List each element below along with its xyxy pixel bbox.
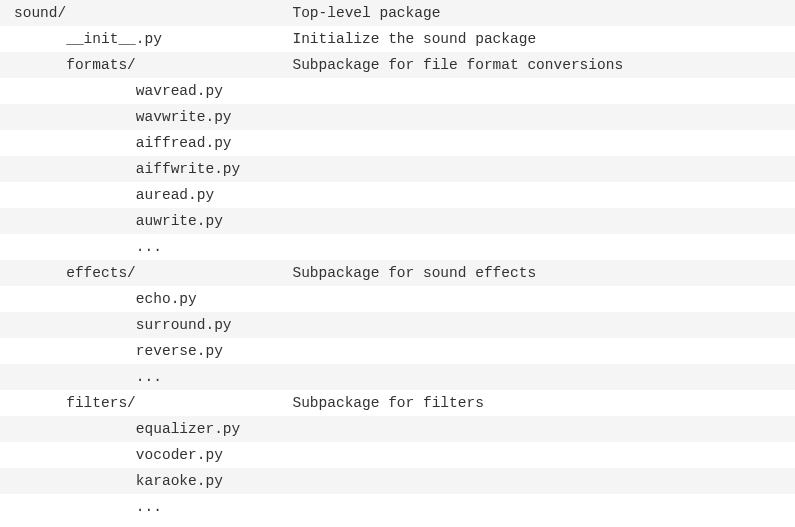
code-line: filters/ Subpackage for filters (0, 390, 795, 416)
code-line: auread.py (0, 182, 795, 208)
code-line: echo.py (0, 286, 795, 312)
code-line: auwrite.py (0, 208, 795, 234)
code-line: surround.py (0, 312, 795, 338)
code-line: aiffread.py (0, 130, 795, 156)
code-line: equalizer.py (0, 416, 795, 442)
code-line: karaoke.py (0, 468, 795, 494)
code-line: ... (0, 494, 795, 520)
code-line: wavwrite.py (0, 104, 795, 130)
code-line: aiffwrite.py (0, 156, 795, 182)
package-structure-listing: sound/ Top-level package __init__.py Ini… (0, 0, 795, 520)
code-line: wavread.py (0, 78, 795, 104)
code-line: ... (0, 364, 795, 390)
code-line: vocoder.py (0, 442, 795, 468)
code-line: reverse.py (0, 338, 795, 364)
code-line: ... (0, 234, 795, 260)
code-line: sound/ Top-level package (0, 0, 795, 26)
code-line: effects/ Subpackage for sound effects (0, 260, 795, 286)
code-line: __init__.py Initialize the sound package (0, 26, 795, 52)
code-line: formats/ Subpackage for file format conv… (0, 52, 795, 78)
